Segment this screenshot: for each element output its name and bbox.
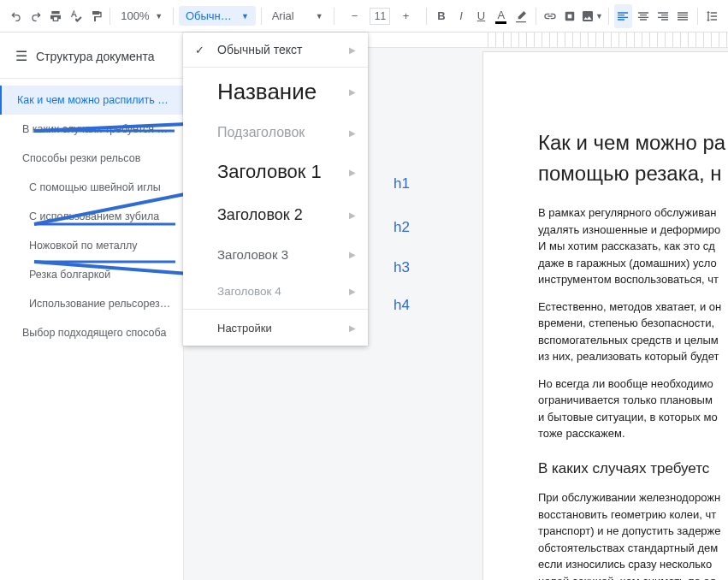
spellcheck-button[interactable]	[67, 4, 85, 28]
document-page[interactable]: Как и чем можно рапомощью резака, н В ра…	[482, 51, 728, 580]
highlight-color-button[interactable]	[512, 4, 530, 28]
zoom-select[interactable]: 100%▼	[115, 9, 168, 22]
bold-button[interactable]: B	[432, 4, 450, 28]
line-spacing-button[interactable]	[703, 4, 721, 28]
outline-item[interactable]: Как и чем можно распилить ре…	[0, 86, 183, 115]
svg-rect-1	[568, 14, 572, 18]
italic-button[interactable]: I	[453, 4, 471, 28]
outline-item[interactable]: С использованием зубила	[0, 202, 183, 231]
outline-item[interactable]: Способы резки рельсов	[0, 144, 183, 173]
style-option-subtitle[interactable]: Подзаголовок▶	[183, 115, 368, 150]
annotation-h1: h1	[394, 175, 410, 192]
outline-item[interactable]: С помощью швейной иглы	[0, 173, 183, 202]
outline-item[interactable]: Выбор подходящего способа	[0, 318, 183, 347]
style-option-h4[interactable]: Заголовок 4▶	[183, 273, 368, 309]
doc-title: Как и чем можно рапомощью резака, н	[538, 127, 728, 189]
doc-heading2: В каких случаях требуетс	[538, 458, 728, 480]
style-option-h3[interactable]: Заголовок 3▶	[183, 235, 368, 273]
undo-button[interactable]	[7, 4, 25, 28]
outline-item[interactable]: Ножовкой по металлу	[0, 231, 183, 260]
font-size-value[interactable]: 11	[370, 8, 390, 25]
outline-header: ☰ Структура документа	[0, 39, 183, 78]
align-right-button[interactable]	[654, 4, 672, 28]
annotation-h2: h2	[394, 219, 410, 236]
toolbar: 100%▼ Обычный …▼ Arial▼ − 11 + B I U A ▼	[0, 0, 728, 33]
annotation-h4: h4	[394, 297, 410, 314]
insert-image-button[interactable]: ▼	[581, 4, 603, 28]
font-family-select[interactable]: Arial▼	[267, 6, 328, 26]
paragraph-style-select[interactable]: Обычный …▼	[179, 6, 256, 26]
align-justify-button[interactable]	[674, 4, 692, 28]
outline-item[interactable]: В каких случаях требуется ре…	[0, 115, 183, 144]
style-option-h2[interactable]: Заголовок 2▶	[183, 194, 368, 235]
font-size-decrease[interactable]: −	[342, 4, 366, 28]
font-size-control[interactable]: − 11 +	[339, 4, 421, 28]
style-option-opt[interactable]: Настройки▶	[183, 310, 368, 346]
font-size-increase[interactable]: +	[394, 4, 417, 28]
annotation-h3: h3	[394, 259, 410, 276]
print-button[interactable]	[47, 4, 65, 28]
insert-comment-button[interactable]	[561, 4, 579, 28]
paragraph-style-dropdown: ✓Обычный текст▶Название▶Подзаголовок▶Заг…	[183, 33, 368, 346]
outline-item[interactable]: Использование рельсорезо…	[0, 289, 183, 318]
outline-sidebar: ☰ Структура документа Как и чем можно ра…	[0, 33, 184, 580]
redo-button[interactable]	[27, 4, 44, 28]
text-color-button[interactable]: A	[492, 4, 510, 28]
underline-button[interactable]: U	[472, 4, 490, 28]
outline-item[interactable]: Резка болгаркой	[0, 260, 183, 289]
outline-icon: ☰	[15, 48, 27, 64]
align-left-button[interactable]	[614, 4, 632, 28]
align-center-button[interactable]	[634, 4, 652, 28]
insert-link-button[interactable]	[541, 4, 559, 28]
style-option-h1[interactable]: Заголовок 1▶	[183, 150, 368, 194]
style-option-normal[interactable]: ✓Обычный текст▶	[183, 33, 368, 67]
style-option-title[interactable]: Название▶	[183, 68, 368, 115]
paint-format-button[interactable]	[86, 4, 104, 28]
